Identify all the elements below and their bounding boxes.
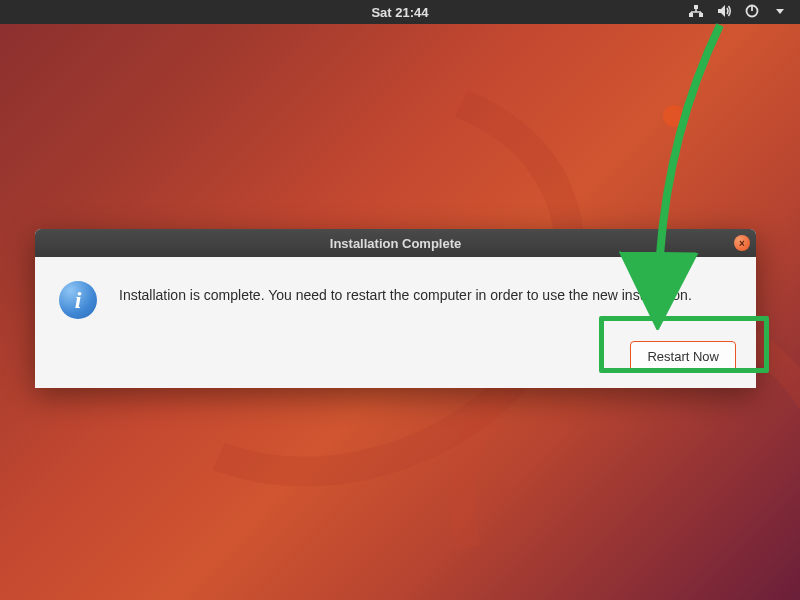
installation-complete-dialog: Installation Complete × i Installation i…: [35, 229, 756, 388]
dialog-title: Installation Complete: [330, 236, 461, 251]
svg-rect-2: [694, 5, 698, 9]
restart-now-button[interactable]: Restart Now: [630, 341, 736, 372]
dialog-content: i Installation is complete. You need to …: [55, 277, 736, 319]
dropdown-icon[interactable]: [772, 3, 788, 22]
top-menu-bar: Sat 21:44: [0, 0, 800, 24]
svg-rect-1: [699, 13, 703, 17]
power-icon[interactable]: [744, 3, 760, 22]
close-icon: ×: [739, 238, 745, 249]
dialog-message: Installation is complete. You need to re…: [119, 277, 692, 303]
svg-marker-7: [718, 5, 725, 17]
svg-rect-0: [689, 13, 693, 17]
wallpaper-decoration: [663, 105, 685, 127]
dialog-titlebar[interactable]: Installation Complete ×: [35, 229, 756, 257]
svg-marker-10: [776, 9, 784, 14]
dialog-body: i Installation is complete. You need to …: [35, 257, 756, 388]
network-icon[interactable]: [688, 3, 704, 22]
info-icon: i: [59, 281, 97, 319]
volume-icon[interactable]: [716, 3, 732, 22]
status-icons: [688, 3, 788, 22]
close-button[interactable]: ×: [734, 235, 750, 251]
dialog-actions: Restart Now: [55, 341, 736, 372]
clock[interactable]: Sat 21:44: [371, 5, 428, 20]
